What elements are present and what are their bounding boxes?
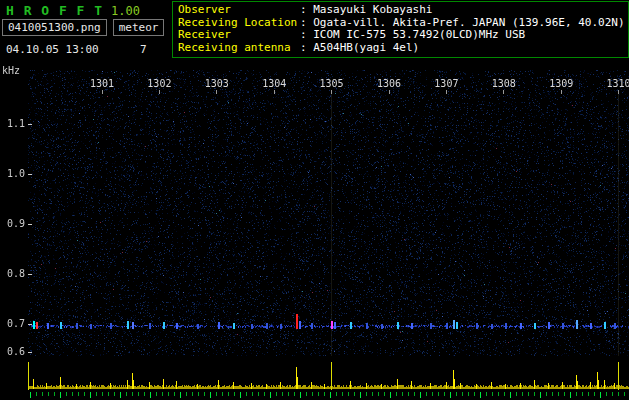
x-tick-label: 1305 <box>317 78 347 89</box>
meteor-count: 7 <box>140 43 147 56</box>
info-label: Observer <box>178 4 300 17</box>
y-tick-label: 0.7 <box>0 318 25 329</box>
app-name: H R O F F T <box>6 3 103 18</box>
x-tick-label: 1302 <box>144 78 174 89</box>
hrofft-screen: H R O F F T 1.00 0410051300.png meteor 0… <box>0 0 629 400</box>
x-tick-label: 1306 <box>374 78 404 89</box>
output-filename: 0410051300.png <box>2 19 107 36</box>
info-row-observer: Observer : Masayuki Kobayashi <box>178 4 628 17</box>
y-tick-label: 0.8 <box>0 268 25 279</box>
x-tick-label: 1307 <box>431 78 461 89</box>
y-tick-label: 0.9 <box>0 218 25 229</box>
info-value: : ICOM IC-575 53.7492(0LCD)MHz USB <box>300 29 525 42</box>
info-value: : A504HB(yagi 4el) <box>300 42 419 55</box>
info-label: Receiving antenna <box>178 42 300 55</box>
y-tick-label: 1.0 <box>0 168 25 179</box>
info-row-antenna: Receiving antenna : A504HB(yagi 4el) <box>178 42 628 55</box>
mode-label: meteor <box>113 19 165 36</box>
x-tick-label: 1304 <box>259 78 289 89</box>
x-tick-label: 1309 <box>546 78 576 89</box>
app-version: 1.00 <box>111 4 140 18</box>
datetime-label: 04.10.05 13:00 <box>6 43 99 56</box>
x-tick-label: 1310 <box>604 78 629 89</box>
app-title-row: H R O F F T 1.00 <box>6 3 140 18</box>
y-tick-label: 0.6 <box>0 346 25 357</box>
info-row-receiver: Receiver : ICOM IC-575 53.7492(0LCD)MHz … <box>178 29 628 42</box>
x-tick-label: 1301 <box>87 78 117 89</box>
y-tick-label: 1.1 <box>0 118 25 129</box>
x-tick-label: 1308 <box>489 78 519 89</box>
info-label: Receiver <box>178 29 300 42</box>
info-value: : Masayuki Kobayashi <box>300 4 432 17</box>
file-row: 0410051300.png meteor <box>2 19 164 36</box>
y-axis-unit-label: kHz <box>2 65 20 76</box>
x-tick-label: 1303 <box>202 78 232 89</box>
spectrogram-canvas <box>0 70 629 400</box>
observer-info-box: Observer : Masayuki Kobayashi Receiving … <box>172 1 629 58</box>
